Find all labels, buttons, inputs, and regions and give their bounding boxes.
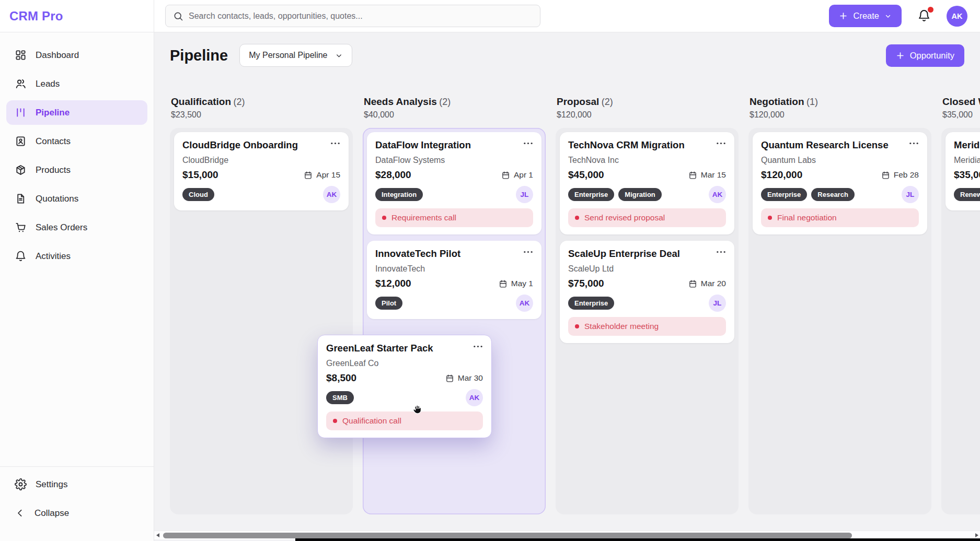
card-menu-button[interactable] bbox=[470, 343, 483, 348]
column-body-closed-won[interactable]: Meridian Renewal Meridian $35,000 Renewa… bbox=[941, 128, 980, 514]
opportunity-card[interactable]: CloudBridge Onboarding CloudBridge $15,0… bbox=[174, 132, 349, 210]
card-menu-button[interactable] bbox=[713, 248, 726, 254]
sidebar-item-dashboard[interactable]: Dashboard bbox=[6, 43, 147, 67]
add-opportunity-label: Opportunity bbox=[910, 51, 954, 61]
card-title: CloudBridge Onboarding bbox=[182, 139, 298, 151]
calendar-icon bbox=[688, 279, 697, 288]
sidebar-item-label: Dashboard bbox=[36, 50, 79, 61]
user-avatar[interactable]: AK bbox=[947, 6, 967, 27]
sidebar-nav: Dashboard Leads Pipeline Contacts Produc… bbox=[0, 32, 154, 268]
card-tags-row: EnterpriseResearch JL bbox=[761, 186, 919, 203]
search-box[interactable] bbox=[165, 5, 540, 27]
card-menu-button[interactable] bbox=[906, 139, 919, 145]
opportunity-card[interactable]: Meridian Renewal Meridian $35,000 Renewa… bbox=[946, 132, 980, 210]
search-input[interactable] bbox=[189, 11, 533, 21]
create-button[interactable]: Create bbox=[829, 5, 902, 27]
column-title: Qualification bbox=[171, 96, 231, 107]
bottom-black-bar bbox=[295, 538, 980, 541]
sidebar-item-products[interactable]: Products bbox=[6, 158, 147, 182]
sidebar-item-quotations[interactable]: Quotations bbox=[6, 186, 147, 211]
leads-icon bbox=[15, 78, 27, 90]
card-alert: Final negotiation bbox=[761, 208, 919, 227]
sidebar-item-contacts[interactable]: Contacts bbox=[6, 129, 147, 154]
card-top-row: Quantum Research License bbox=[761, 139, 919, 151]
column-body-proposal[interactable]: TechNova CRM Migration TechNova Inc $45,… bbox=[556, 128, 739, 514]
column-total: $23,500 bbox=[171, 110, 353, 120]
card-menu-button[interactable] bbox=[713, 139, 726, 145]
plus-icon bbox=[896, 51, 905, 60]
opportunity-card[interactable]: ScaleUp Enterprise Deal ScaleUp Ltd $75,… bbox=[560, 241, 734, 343]
assignee-avatar: AK bbox=[323, 186, 340, 203]
card-top-row: TechNova CRM Migration bbox=[568, 139, 726, 151]
dragged-card[interactable]: GreenLeaf Starter Pack GreenLeaf Co $8,5… bbox=[317, 335, 492, 438]
sidebar-item-label: Collapse bbox=[34, 508, 69, 519]
card-alert: Send revised proposal bbox=[568, 208, 726, 227]
card-value: $75,000 bbox=[568, 278, 604, 289]
add-opportunity-button[interactable]: Opportunity bbox=[886, 44, 964, 67]
column-total: $120,000 bbox=[750, 110, 931, 120]
sidebar-item-pipeline[interactable]: Pipeline bbox=[6, 100, 147, 125]
dots-icon bbox=[716, 246, 726, 255]
card-tags-row: Pilot AK bbox=[375, 295, 533, 312]
scrollbar-thumb[interactable] bbox=[163, 533, 852, 538]
opportunity-card[interactable]: DataFlow Integration DataFlow Systems $2… bbox=[367, 132, 541, 234]
card-tag: Pilot bbox=[375, 297, 402, 310]
search-icon bbox=[173, 11, 183, 21]
assignee-avatar: AK bbox=[466, 389, 483, 406]
card-menu-button[interactable] bbox=[520, 139, 533, 145]
card-date: Apr 15 bbox=[304, 170, 340, 180]
column-header: Closed Won (1) $35,000 bbox=[941, 96, 980, 120]
card-value: $35,000 bbox=[954, 169, 980, 181]
sidebar: Dashboard Leads Pipeline Contacts Produc… bbox=[0, 32, 154, 541]
opportunity-card[interactable]: Quantum Research License Quantum Labs $1… bbox=[753, 132, 927, 234]
card-title: Quantum Research License bbox=[761, 139, 889, 151]
card-value-row: $120,000 Feb 28 bbox=[761, 169, 919, 181]
calendar-icon bbox=[688, 171, 697, 180]
card-value-row: $75,000 Mar 20 bbox=[568, 278, 726, 289]
card-title: DataFlow Integration bbox=[375, 139, 471, 151]
assignee-avatar: JL bbox=[516, 186, 533, 203]
column-body-qualification[interactable]: CloudBridge Onboarding CloudBridge $15,0… bbox=[170, 128, 353, 514]
sidebar-item-label: Sales Orders bbox=[36, 222, 87, 233]
column-count: (2) bbox=[234, 97, 245, 107]
column-body-needs-analysis[interactable]: DataFlow Integration DataFlow Systems $2… bbox=[363, 128, 546, 514]
pipeline-icon bbox=[15, 107, 27, 119]
column-count: (2) bbox=[439, 97, 451, 107]
opportunity-card[interactable]: InnovateTech Pilot InnovateTech $12,000 … bbox=[367, 241, 541, 319]
main-content: Pipeline My Personal Pipeline Opportunit… bbox=[154, 32, 980, 541]
card-menu-button[interactable] bbox=[327, 139, 340, 145]
app-logo: CRM Pro bbox=[9, 9, 63, 23]
column-body-negotiation[interactable]: Quantum Research License Quantum Labs $1… bbox=[748, 128, 931, 514]
sidebar-item-leads[interactable]: Leads bbox=[6, 72, 147, 96]
sidebar-item-label: Products bbox=[36, 165, 71, 175]
card-company: DataFlow Systems bbox=[375, 155, 533, 165]
sidebar-item-sales-orders[interactable]: Sales Orders bbox=[6, 215, 147, 240]
card-tag: Migration bbox=[618, 188, 662, 201]
sidebar-item-settings[interactable]: Settings bbox=[6, 472, 147, 497]
contacts-icon bbox=[15, 135, 27, 147]
sidebar-item-activities[interactable]: Activities bbox=[6, 244, 147, 268]
sidebar-item-label: Pipeline bbox=[36, 108, 70, 118]
card-tags-row: Renewal bbox=[954, 186, 980, 203]
card-tag: Cloud bbox=[182, 188, 214, 201]
notifications-button[interactable] bbox=[917, 9, 931, 23]
column-qualification: Qualification (2) $23,500 CloudBridge On… bbox=[170, 96, 353, 514]
column-count: (1) bbox=[806, 97, 818, 107]
scroll-right-arrow-icon[interactable] bbox=[975, 533, 978, 537]
opportunity-card[interactable]: TechNova CRM Migration TechNova Inc $45,… bbox=[560, 132, 734, 234]
card-date: Feb 28 bbox=[881, 170, 919, 180]
assignee-avatar: AK bbox=[516, 295, 533, 312]
pipeline-selector-value: My Personal Pipeline bbox=[249, 51, 327, 60]
sidebar-item-label: Settings bbox=[36, 479, 67, 490]
card-date: May 1 bbox=[499, 279, 533, 288]
column-title: Proposal bbox=[557, 96, 599, 107]
card-menu-button[interactable] bbox=[520, 248, 533, 254]
pipeline-selector[interactable]: My Personal Pipeline bbox=[239, 44, 352, 67]
scroll-left-arrow-icon[interactable] bbox=[156, 533, 159, 537]
sidebar-item-collapse[interactable]: Collapse bbox=[6, 501, 147, 525]
calendar-icon bbox=[501, 171, 510, 180]
column-title: Negotiation bbox=[750, 96, 804, 107]
column-header: Needs Analysis (2) $40,000 bbox=[363, 96, 546, 120]
alert-dot-icon bbox=[333, 419, 337, 423]
chevron-down-icon bbox=[335, 52, 343, 60]
